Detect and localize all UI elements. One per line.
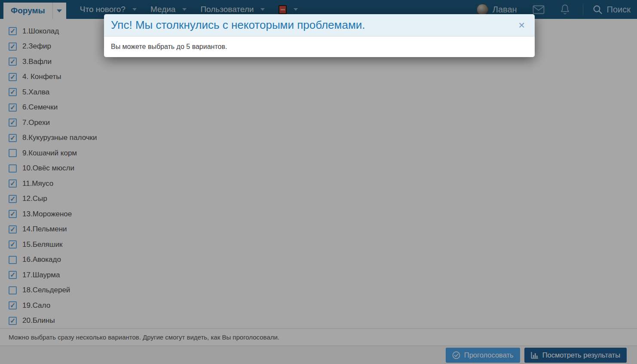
close-icon[interactable]: ✕ bbox=[515, 20, 528, 30]
error-modal-title: Упс! Мы столкнулись с некоторыми проблем… bbox=[111, 18, 365, 32]
error-modal-header: Упс! Мы столкнулись с некоторыми проблем… bbox=[104, 14, 535, 36]
error-modal-message: Вы можете выбрать до 5 вариантов. bbox=[104, 36, 535, 57]
error-modal: Упс! Мы столкнулись с некоторыми проблем… bbox=[104, 14, 535, 57]
